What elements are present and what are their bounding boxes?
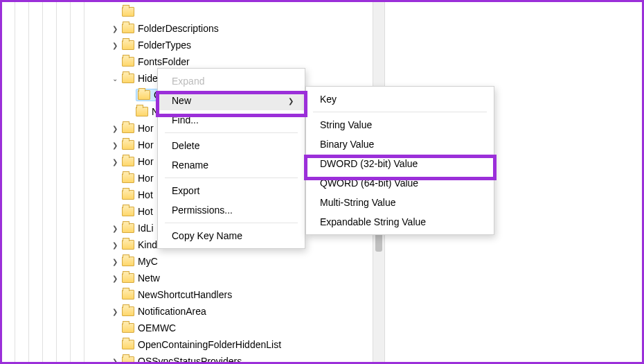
new-submenu: KeyString ValueBinary ValueDWORD (32-bit… (305, 86, 494, 235)
context-menu: ExpandNew❯Find...DeleteRenameExportPermi… (157, 68, 305, 249)
folder-icon (122, 157, 134, 166)
tree-node-label: Hor (138, 139, 159, 150)
menu-item-label: DWORD (32-bit) Value (320, 158, 418, 169)
tree-node-label: Hor (138, 123, 159, 134)
menu-item-label: Find... (172, 114, 199, 125)
menu-item-label: String Value (320, 119, 372, 130)
folder-icon (122, 7, 134, 17)
folder-icon (122, 190, 134, 200)
tree-node[interactable]: ❯FolderDescriptions (2, 20, 376, 37)
folder-icon (122, 40, 134, 50)
menu-item[interactable]: Binary Value (306, 135, 494, 154)
tree-node-label: Netw (138, 272, 164, 284)
menu-item-label: New (172, 95, 191, 106)
menu-separator (165, 132, 298, 133)
menu-item-label: Permissions... (172, 205, 233, 216)
chevron-right-icon[interactable]: ❯ (109, 356, 120, 364)
tree-node[interactable]: ❯OpenContainingFolderHiddenList (2, 336, 376, 353)
chevron-right-icon[interactable]: ❯ (109, 239, 120, 250)
menu-item[interactable]: Multi-String Value (306, 193, 494, 212)
folder-icon (122, 323, 134, 333)
menu-item: Expand (158, 71, 305, 91)
menu-item-label: Expandable String Value (320, 216, 426, 227)
tree-node-label: FontsFolder (138, 56, 190, 67)
menu-item[interactable]: Expandable String Value (306, 212, 494, 232)
tree-node-label: NewShortcutHandlers (138, 289, 232, 300)
folder-icon (122, 173, 134, 183)
tree-node-label: FolderDescriptions (138, 23, 219, 34)
tree-node[interactable]: ❯NotificationArea (2, 303, 376, 320)
menu-item-label: Multi-String Value (320, 197, 395, 208)
tree-node[interactable]: ❯OSSyncStatusProviders (2, 353, 376, 364)
tree-node-label: OpenContainingFolderHiddenList (138, 339, 281, 350)
tree-node-label: OEMWC (138, 322, 176, 333)
menu-item[interactable]: Export (158, 181, 305, 200)
folder-icon (122, 207, 134, 216)
folder-icon (122, 340, 134, 349)
menu-item[interactable]: String Value (306, 115, 494, 135)
folder-icon (122, 257, 134, 266)
folder-icon (122, 57, 134, 67)
tree-node[interactable]: ❯OEMWC (2, 320, 376, 336)
tree-node[interactable]: ❯FindExtensions (2, 3, 376, 20)
tree-node[interactable]: ❯FolderTypes (2, 37, 376, 53)
tree-node-label: Hor (138, 156, 159, 167)
menu-separator (313, 112, 487, 112)
chevron-right-icon[interactable]: ❯ (109, 123, 120, 134)
folder-icon (122, 306, 134, 316)
menu-item-label: QWORD (64-bit) Value (320, 177, 418, 189)
folder-icon (122, 24, 134, 33)
tree-node[interactable]: ❯MyC (2, 253, 376, 270)
menu-item-label: Delete (172, 140, 199, 151)
menu-item[interactable]: New❯ (158, 91, 305, 110)
chevron-right-icon[interactable]: ❯ (109, 40, 120, 51)
menu-item[interactable]: Copy Key Name (158, 226, 305, 245)
menu-item-label: Key (320, 94, 337, 105)
chevron-right-icon: ❯ (288, 97, 294, 105)
folder-icon (122, 240, 134, 250)
folder-icon (122, 223, 134, 233)
tree-node[interactable]: ❯Netw (2, 270, 376, 286)
folder-icon (122, 290, 134, 300)
menu-item[interactable]: DWORD (32-bit) Value (306, 154, 494, 173)
chevron-right-icon[interactable]: ❯ (109, 139, 120, 150)
folder-icon (122, 73, 134, 83)
chevron-down-icon[interactable]: ⌄ (109, 73, 120, 84)
chevron-right-icon[interactable]: ❯ (109, 23, 120, 34)
menu-item-label: Rename (172, 159, 208, 171)
chevron-right-icon[interactable]: ❯ (109, 156, 120, 167)
tree-node-label: MyC (138, 256, 162, 267)
tree-node-label: Hot (138, 189, 159, 200)
folder-icon (122, 356, 134, 364)
menu-separator (165, 223, 298, 223)
chevron-right-icon[interactable]: ❯ (109, 306, 120, 317)
folder-icon (122, 273, 134, 283)
tree-node-label: Hor (138, 173, 159, 184)
menu-separator (165, 177, 298, 178)
tree-node-label: FolderTypes (138, 40, 191, 51)
menu-item-label: Binary Value (320, 139, 374, 150)
folder-icon (138, 90, 150, 100)
tree-node[interactable]: ❯NewShortcutHandlers (2, 286, 376, 303)
menu-item[interactable]: Delete (158, 136, 305, 155)
folder-icon (122, 140, 134, 150)
folder-icon (122, 123, 134, 133)
menu-item[interactable]: QWORD (64-bit) Value (306, 173, 494, 193)
menu-item[interactable]: Find... (158, 110, 305, 130)
tree-node-label: IdLi (138, 223, 159, 234)
tree-node-label: NotificationArea (138, 306, 206, 317)
menu-item-label: Expand (172, 76, 204, 87)
chevron-right-icon[interactable]: ❯ (109, 272, 120, 284)
tree-node-label: Hot (138, 206, 159, 217)
tree-node-label: OSSyncStatusProviders (138, 356, 242, 364)
chevron-right-icon[interactable]: ❯ (109, 223, 120, 234)
chevron-right-icon[interactable]: ❯ (109, 256, 120, 267)
menu-item[interactable]: Key (306, 89, 494, 109)
menu-item-label: Export (172, 185, 199, 196)
menu-item[interactable]: Rename (158, 155, 305, 175)
folder-icon (136, 107, 148, 116)
menu-item-label: Copy Key Name (172, 230, 242, 241)
menu-item[interactable]: Permissions... (158, 200, 305, 220)
